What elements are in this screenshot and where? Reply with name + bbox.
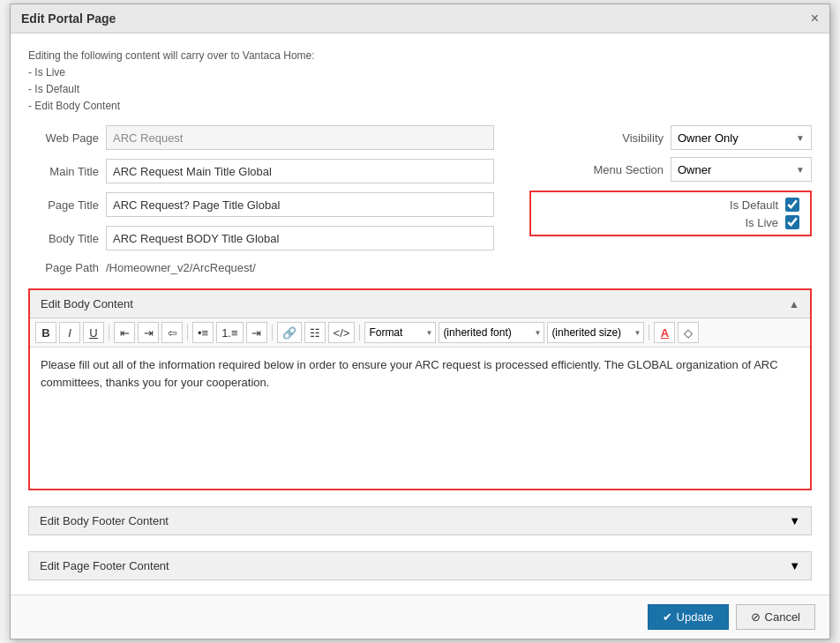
page-path-label: Page Path (28, 261, 99, 274)
edit-body-footer-label: Edit Body Footer Content (40, 514, 169, 527)
edit-body-content-section: Edit Body Content ▲ B I U ⇤ ⇥ ⇦ •≡ 1.≡ ⇥… (28, 288, 812, 490)
info-box: Editing the following content will carry… (28, 48, 812, 116)
editor-content[interactable]: Please fill out all of the information r… (30, 348, 810, 480)
dialog-title: Edit Portal Page (21, 11, 116, 26)
unordered-list-button[interactable]: •≡ (192, 322, 214, 343)
is-default-row: Is Default (542, 198, 799, 212)
format-select-wrapper: Format Heading 1 Heading 2 Paragraph (364, 322, 436, 343)
update-label: Update (677, 610, 714, 624)
cancel-icon: ⊘ (751, 610, 761, 624)
link-button[interactable]: 🔗 (277, 322, 302, 343)
page-path-value: /Homeowner_v2/ArcRequest/ (106, 261, 256, 274)
table-button[interactable]: ☷ (304, 322, 326, 343)
close-button[interactable]: × (811, 11, 819, 26)
italic-button[interactable]: I (59, 322, 80, 343)
main-title-row: Main Title (28, 159, 494, 183)
form-section: Web Page Main Title Page Title Body Titl… (28, 125, 812, 274)
visibility-select[interactable]: Owner Only All None (671, 125, 812, 150)
is-live-row: Is Live (542, 215, 799, 229)
highlight-button[interactable]: ◇ (678, 322, 699, 343)
is-live-label: Is Live (745, 216, 778, 229)
size-select[interactable]: (inherited size) 10px 12px 14px (547, 322, 644, 343)
edit-body-content-label: Edit Body Content (41, 297, 133, 310)
page-path-row: Page Path /Homeowner_v2/ArcRequest/ (28, 261, 494, 274)
align-left-button[interactable]: ⇤ (114, 322, 135, 343)
align-right-button[interactable]: ⇦ (161, 322, 183, 343)
code-button[interactable]: </> (328, 322, 356, 343)
dialog-footer: ✔ Update ⊘ Cancel (11, 594, 829, 639)
edit-body-footer-section: Edit Body Footer Content ▼ (28, 506, 812, 535)
font-select-wrapper: (inherited font) Arial Times New Roman (439, 322, 544, 343)
is-default-checkbox[interactable] (785, 198, 799, 212)
info-line2: - Is Live (28, 64, 812, 81)
bold-button[interactable]: B (35, 322, 56, 343)
menu-section-row: Menu Section Owner Board All (529, 157, 812, 182)
body-footer-collapse-icon: ▼ (789, 514, 800, 527)
menu-section-select-wrapper: Owner Board All (671, 157, 812, 182)
update-button[interactable]: ✔ Update (648, 604, 729, 630)
info-line1: Editing the following content will carry… (28, 48, 812, 64)
checkbox-section: Is Default Is Live (529, 191, 812, 236)
cancel-label: Cancel (765, 610, 800, 624)
size-select-wrapper: (inherited size) 10px 12px 14px (547, 322, 644, 343)
info-line3: - Is Default (28, 81, 812, 98)
ordered-list-button[interactable]: 1.≡ (216, 322, 243, 343)
page-title-label: Page Title (28, 198, 99, 212)
body-title-label: Body Title (28, 232, 99, 245)
menu-section-select[interactable]: Owner Board All (671, 157, 812, 182)
is-live-checkbox[interactable] (785, 215, 799, 229)
toolbar-sep-5 (649, 325, 649, 340)
body-title-row: Body Title (28, 226, 494, 250)
visibility-label: Visibility (622, 131, 664, 145)
main-title-input[interactable] (106, 159, 494, 183)
dialog-header: Edit Portal Page × (11, 4, 829, 34)
info-line4: - Edit Body Content (28, 98, 812, 115)
toolbar-sep-1 (109, 325, 109, 340)
align-center-button[interactable]: ⇥ (138, 322, 159, 343)
cancel-button[interactable]: ⊘ Cancel (736, 604, 815, 630)
dialog-body: Editing the following content will carry… (11, 34, 829, 595)
web-page-input (106, 125, 494, 150)
page-title-row: Page Title (28, 192, 494, 217)
web-page-row: Web Page (28, 125, 494, 150)
body-title-input[interactable] (106, 226, 494, 250)
toolbar-sep-3 (272, 325, 273, 340)
edit-page-footer-section: Edit Page Footer Content ▼ (28, 551, 812, 580)
format-select[interactable]: Format Heading 1 Heading 2 Paragraph (364, 322, 436, 343)
page-title-input[interactable] (106, 192, 494, 217)
toolbar-sep-2 (187, 325, 188, 340)
edit-page-footer-label: Edit Page Footer Content (40, 559, 169, 572)
indent-button[interactable]: ⇥ (246, 322, 267, 343)
is-default-label: Is Default (730, 198, 778, 212)
page-footer-collapse-icon: ▼ (789, 559, 800, 572)
left-fields: Web Page Main Title Page Title Body Titl… (28, 125, 494, 274)
underline-button[interactable]: U (83, 322, 104, 343)
menu-section-label: Menu Section (594, 163, 664, 176)
visibility-select-wrapper: Owner Only All None (671, 125, 812, 150)
visibility-row: Visibility Owner Only All None (529, 125, 812, 150)
toolbar-sep-4 (359, 325, 360, 340)
edit-portal-page-dialog: Edit Portal Page × Editing the following… (10, 4, 830, 640)
collapse-arrow-icon: ▲ (789, 298, 799, 310)
text-color-button[interactable]: A (654, 322, 675, 343)
main-title-label: Main Title (28, 165, 99, 178)
edit-page-footer-header[interactable]: Edit Page Footer Content ▼ (29, 552, 811, 579)
font-select[interactable]: (inherited font) Arial Times New Roman (439, 322, 544, 343)
editor-toolbar: B I U ⇤ ⇥ ⇦ •≡ 1.≡ ⇥ 🔗 ☷ </> Format (30, 318, 810, 348)
edit-body-content-header[interactable]: Edit Body Content ▲ (30, 290, 810, 318)
update-icon: ✔ (663, 610, 672, 624)
web-page-label: Web Page (28, 131, 99, 145)
edit-body-footer-header[interactable]: Edit Body Footer Content ▼ (29, 507, 811, 535)
right-fields: Visibility Owner Only All None Menu Sect… (529, 125, 812, 274)
editor-area: Please fill out all of the information r… (30, 348, 810, 489)
